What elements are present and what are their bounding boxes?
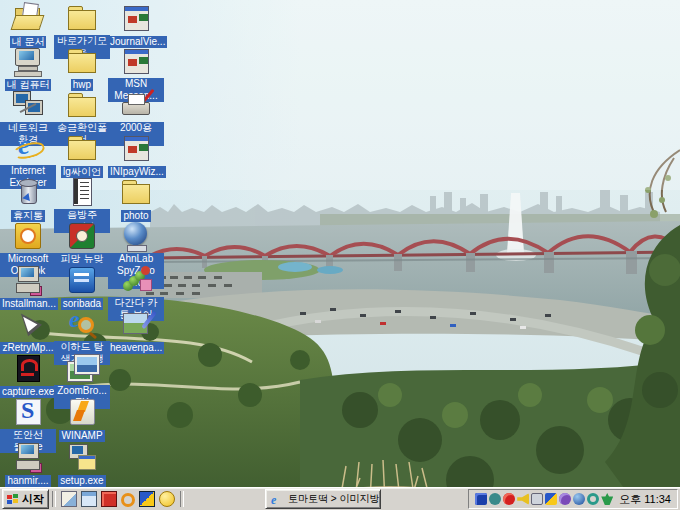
show-desktop-icon[interactable] — [61, 491, 77, 507]
messenger-face-icon[interactable] — [159, 491, 175, 507]
desktop-icon-photo-folder[interactable]: photo — [108, 176, 164, 222]
media-player-icon[interactable] — [101, 491, 117, 507]
system-tray: 오후 11:34 — [468, 489, 678, 509]
caterpillar-icon — [120, 264, 152, 296]
tray-ahnlab-icon[interactable] — [503, 493, 515, 505]
start-button[interactable]: 시작 — [2, 489, 49, 509]
s-letter: S — [21, 397, 34, 424]
v3-vaccine-icon[interactable] — [139, 491, 155, 507]
taskbar-separator — [52, 491, 56, 507]
taskbar-window-title: 토마토떡 > 이미지방 1... — [288, 492, 381, 506]
app-window-icon — [120, 132, 152, 164]
desktop-icon-capture-exe[interactable]: capture.exe — [0, 352, 56, 398]
folder-icon — [66, 45, 98, 77]
ahn-capture-icon — [12, 352, 44, 384]
desktop-icon-my-documents[interactable]: 내 문서 — [0, 2, 56, 48]
desktop-icon-winamp[interactable]: WINAMP — [54, 396, 110, 442]
desktop-icon-label: heavenpa... — [108, 342, 164, 354]
outlook-icon — [12, 220, 44, 252]
desktop-icon-label: hanmir.... — [5, 475, 50, 487]
printer-icon — [120, 89, 152, 121]
s-logo-icon: S — [12, 396, 44, 428]
desktop-icon-recycle-bin[interactable]: 휴지통 — [0, 176, 56, 222]
setup-icon — [66, 441, 98, 473]
blue-orb-icon — [120, 220, 152, 252]
desktop-icon-heavenpa[interactable]: heavenpa... — [108, 308, 164, 354]
ie-letter: e — [18, 130, 30, 161]
winamp-lightning-icon — [66, 396, 98, 428]
desktop-icon-soribada[interactable]: soribada — [54, 264, 110, 310]
app-window-icon — [120, 45, 152, 77]
open-folder-icon — [12, 2, 44, 34]
start-button-label: 시작 — [22, 492, 44, 507]
desktop-icon-lg-cyon-folder[interactable]: lg싸이언 — [54, 132, 110, 178]
search-icon[interactable] — [121, 493, 135, 507]
internet-explorer-icon: e — [12, 132, 44, 164]
desktop-icon-hanmir[interactable]: hanmir.... — [0, 441, 56, 487]
folder-icon — [66, 89, 98, 121]
taskbar-clock[interactable]: 오후 11:34 — [619, 492, 671, 507]
desktop-icon-journalviewer[interactable]: JournalVie... — [108, 2, 164, 48]
soribada-icon — [66, 264, 98, 296]
tray-ime-icon[interactable] — [531, 493, 543, 505]
text-file-icon — [66, 176, 98, 208]
desktop-icon-my-computer[interactable]: 내 컴퓨터 — [0, 45, 56, 91]
app-window-icon — [120, 2, 152, 34]
cursor-arrow-icon — [12, 308, 44, 340]
tray-volume-icon[interactable] — [517, 493, 529, 505]
image-editor-icon — [120, 308, 152, 340]
tray-vaccine-icon[interactable] — [601, 493, 613, 505]
desktop-screen: { "colors": { "icon_label_bg": "#3465b4"… — [0, 0, 680, 510]
desktop-icon-installman[interactable]: Installman... — [0, 264, 56, 310]
tray-updater-icon[interactable] — [587, 493, 599, 505]
taskbar-separator — [180, 491, 184, 507]
internet-explorer-icon: e — [271, 493, 284, 506]
folder-icon — [66, 132, 98, 164]
tray-internet-globe-icon[interactable] — [573, 493, 585, 505]
desktop-icon-label: setup.exe — [58, 475, 105, 487]
network-icon — [12, 89, 44, 121]
desktop-icon-inipay-wizard[interactable]: INIpayWiz... — [108, 132, 164, 178]
tray-music-icon[interactable] — [559, 493, 571, 505]
taskbar: 시작 e 토마토떡 > 이미지방 1... 오후 11:34 — [0, 487, 680, 510]
image-stack-icon — [66, 352, 98, 384]
computer-icon — [12, 45, 44, 77]
desktop-icon-hwp-folder[interactable]: hwp — [54, 45, 110, 91]
recycle-bin-icon — [12, 176, 44, 208]
folder-icon — [120, 176, 152, 208]
tray-messenger-icon[interactable] — [475, 493, 487, 505]
tray-network-icon[interactable] — [489, 493, 501, 505]
game-tile-icon — [66, 220, 98, 252]
taskbar-window-button[interactable]: e 토마토떡 > 이미지방 1... — [265, 489, 381, 509]
desktop-icon-zretrymp[interactable]: zRetryMp... — [0, 308, 56, 354]
desktop-icon-setup-exe[interactable]: setup.exe — [54, 441, 110, 487]
e-magnifier-icon: e — [66, 308, 98, 340]
outlook-express-icon[interactable] — [81, 491, 97, 507]
windows-logo-icon — [7, 494, 19, 505]
folder-icon — [66, 2, 98, 34]
installer-icon — [12, 264, 44, 296]
installer-icon — [12, 441, 44, 473]
tray-v3-icon[interactable] — [545, 493, 557, 505]
